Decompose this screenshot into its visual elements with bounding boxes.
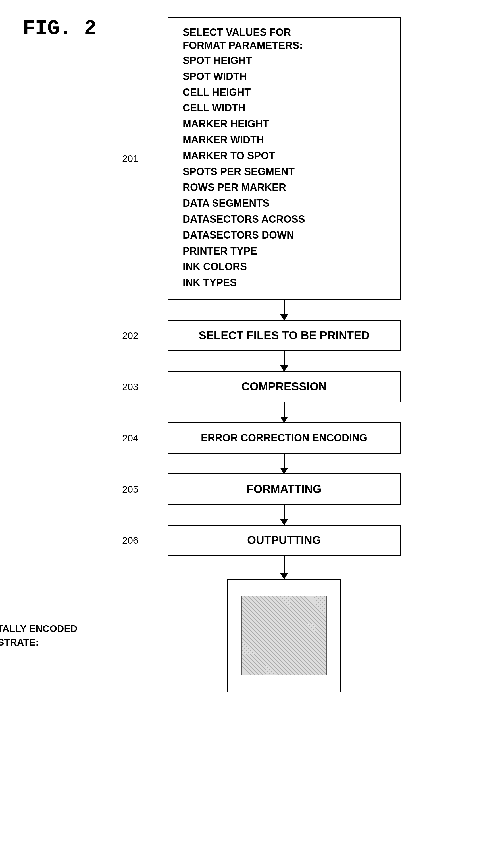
param-item: CELL WIDTH <box>183 100 305 116</box>
box-outputting: OUTPUTTING <box>168 525 401 556</box>
substrate-pattern <box>241 596 327 675</box>
figure-title: FIG. 2 <box>23 17 96 40</box>
param-item: SPOT HEIGHT <box>183 53 305 69</box>
box3-row: COMPRESSION 203 <box>114 371 454 402</box>
param-item: MARKER TO SPOT <box>183 148 305 164</box>
arrow-3 <box>284 402 285 422</box>
box2-row: SELECT FILES TO BE PRINTED 202 <box>114 320 454 351</box>
box4-row: ERROR CORRECTION ENCODING 204 <box>114 422 454 454</box>
box-formatting: FORMATTING <box>168 473 401 505</box>
substrate-label: DIGITALLY ENCODED SUBSTRATE: <box>0 622 77 649</box>
box6-row: OUTPUTTING 206 <box>114 525 454 556</box>
param-item: INK TYPES <box>183 275 305 291</box>
box1-params-list: SPOT HEIGHTSPOT WIDTHCELL HEIGHTCELL WID… <box>183 53 305 291</box>
param-item: ROWS PER MARKER <box>183 179 305 195</box>
box-format-parameters: SELECT VALUES FOR FORMAT PARAMETERS: SPO… <box>168 17 401 300</box>
substrate-label-line1: DIGITALLY ENCODED <box>0 623 77 634</box>
arrow-5 <box>284 505 285 525</box>
box-compression: COMPRESSION <box>168 371 401 402</box>
arrow-1 <box>284 300 285 320</box>
param-item: DATASECTORS ACROSS <box>183 211 305 227</box>
box1-title-line1: SELECT VALUES FOR <box>183 27 291 38</box>
param-item: SPOTS PER SEGMENT <box>183 164 305 180</box>
param-item: MARKER HEIGHT <box>183 116 305 132</box>
arrow-6 <box>284 556 285 579</box>
param-item: PRINTER TYPE <box>183 243 305 259</box>
arrow-4 <box>284 454 285 473</box>
ref-205: 205 <box>122 484 138 494</box>
arrow-2 <box>284 351 285 371</box>
substrate-row: DIGITALLY ENCODED SUBSTRATE: <box>114 579 454 693</box>
substrate-box <box>227 579 341 693</box>
ref-201: 201 <box>122 153 138 164</box>
ref-203: 203 <box>122 381 138 392</box>
ref-202: 202 <box>122 330 138 341</box>
box1-title-line2: FORMAT PARAMETERS: <box>183 39 303 51</box>
param-item: DATA SEGMENTS <box>183 195 305 211</box>
box-error-correction: ERROR CORRECTION ENCODING <box>168 422 401 454</box>
ref-206: 206 <box>122 535 138 546</box>
param-item: SPOT WIDTH <box>183 69 305 85</box>
page: FIG. 2 SELECT VALUES FOR FORMAT PARAMETE… <box>0 0 504 852</box>
flowchart: SELECT VALUES FOR FORMAT PARAMETERS: SPO… <box>114 17 454 693</box>
box1-row: SELECT VALUES FOR FORMAT PARAMETERS: SPO… <box>114 17 454 300</box>
param-item: DATASECTORS DOWN <box>183 227 305 243</box>
box5-row: FORMATTING 205 <box>114 473 454 505</box>
box-select-files: SELECT FILES TO BE PRINTED <box>168 320 401 351</box>
param-item: CELL HEIGHT <box>183 85 305 100</box>
param-item: INK COLORS <box>183 259 305 275</box>
param-item: MARKER WIDTH <box>183 132 305 148</box>
ref-204: 204 <box>122 432 138 444</box>
substrate-label-line2: SUBSTRATE: <box>0 637 39 647</box>
